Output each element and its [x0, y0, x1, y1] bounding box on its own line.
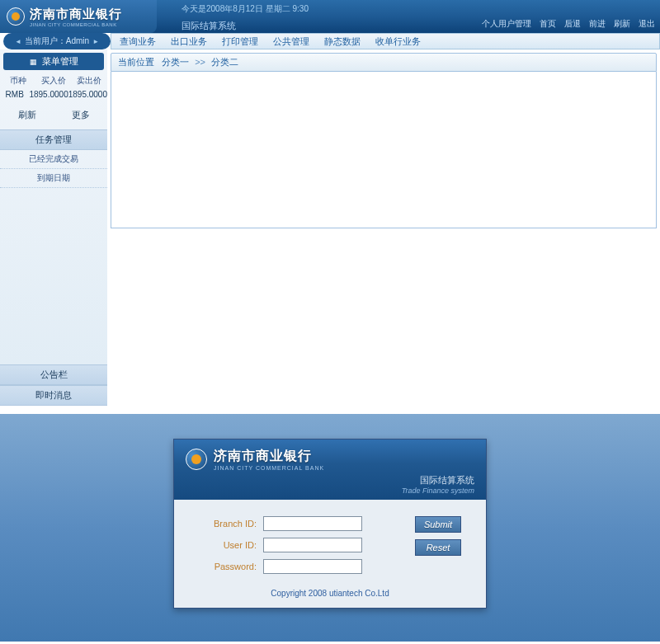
rate-hdr-buy: 买入价 — [35, 73, 71, 88]
main-area: 菜单管理 币种 买入价 卖出价 RMB 1895.0000 1895.0000 … — [0, 49, 660, 406]
rate-hdr-sell: 卖出价 — [72, 73, 107, 88]
login-header: 济南市商业银行 JINAN CITY COMMERCIAL BANK 国际结算系… — [174, 440, 486, 500]
sidebar-due-date[interactable]: 到期日期 — [0, 169, 107, 188]
breadcrumb-cat2[interactable]: 分类二 — [211, 57, 238, 67]
rate-actions: 刷新 更多 — [0, 101, 107, 129]
menu-export[interactable]: 出口业务 — [171, 35, 207, 48]
login-system-name-en: Trade Finance system — [186, 487, 474, 495]
branch-id-label: Branch ID: — [191, 519, 257, 529]
rate-sell: 1895.0000 — [68, 88, 107, 101]
sidebar-completed-tx[interactable]: 已经完成交易 — [0, 150, 107, 169]
chevron-right-icon: >> — [195, 57, 205, 67]
menu-receive[interactable]: 收单行业务 — [375, 35, 421, 48]
sidebar-notice[interactable]: 公告栏 — [0, 364, 107, 385]
bank-name-en: JINAN CITY COMMERCIAL BANK — [30, 22, 122, 27]
nav-refresh[interactable]: 刷新 — [614, 18, 630, 30]
sidebar-spacer — [0, 188, 107, 364]
current-user-label: 当前用户：Admin — [25, 35, 89, 47]
menu-print[interactable]: 打印管理 — [222, 35, 258, 48]
menu-static[interactable]: 静态数据 — [324, 35, 361, 48]
nav-forward[interactable]: 前进 — [589, 18, 606, 30]
login-bank-name-en: JINAN CITY COMMERCIAL BANK — [214, 465, 324, 471]
current-user-badge[interactable]: 当前用户：Admin — [3, 33, 111, 49]
copyright-text: Copyright 2008 utiantech Co.Ltd — [191, 581, 469, 601]
nav-exit[interactable]: 退出 — [639, 18, 655, 30]
nav-user-mgmt[interactable]: 个人用户管理 — [482, 18, 531, 30]
sidebar-instant-msg[interactable]: 即时消息 — [0, 385, 107, 406]
user-menu-bar: 当前用户：Admin 查询业务 出口业务 打印管理 公共管理 静态数据 收单行业… — [0, 33, 660, 49]
rate-refresh-link[interactable]: 刷新 — [18, 109, 36, 121]
date-line: 今天是2008年8月12日 星期二 9:30 — [182, 3, 309, 15]
login-form: Branch ID: User ID: Password: Submit Res… — [174, 500, 486, 608]
breadcrumb-cat1[interactable]: 分类一 — [162, 57, 189, 67]
breadcrumb: 当前位置 分类一 >> 分类二 — [111, 53, 657, 72]
system-name: 国际结算系统 — [182, 20, 236, 32]
rate-buy: 1895.0000 — [29, 88, 68, 101]
rate-more-link[interactable]: 更多 — [72, 109, 90, 121]
login-bank-logo-icon — [186, 449, 207, 470]
nav-home[interactable]: 首页 — [540, 18, 556, 30]
header-right: 今天是2008年8月12日 星期二 9:30 国际结算系统 个人用户管理 首页 … — [157, 0, 660, 33]
content-area: 当前位置 分类一 >> 分类二 — [107, 49, 660, 406]
sidebar-task-mgmt[interactable]: 任务管理 — [0, 129, 107, 150]
login-background: 济南市商业银行 JINAN CITY COMMERCIAL BANK 国际结算系… — [0, 414, 660, 642]
rate-ccy: RMB — [0, 88, 29, 101]
menu-query[interactable]: 查询业务 — [120, 35, 156, 48]
reset-button[interactable]: Reset — [415, 539, 461, 556]
nav-back[interactable]: 后退 — [564, 18, 581, 30]
main-menu: 查询业务 出口业务 打印管理 公共管理 静态数据 收单行业务 — [111, 33, 660, 49]
login-system-name-cn: 国际结算系统 — [186, 474, 474, 487]
content-body — [111, 72, 657, 228]
app-header: 济南市商业银行 JINAN CITY COMMERCIAL BANK 今天是20… — [0, 0, 660, 33]
login-panel: 济南市商业银行 JINAN CITY COMMERCIAL BANK 国际结算系… — [173, 439, 487, 609]
bank-logo-icon — [7, 7, 25, 26]
password-input[interactable] — [263, 559, 362, 574]
rate-hdr-ccy: 币种 — [0, 73, 35, 88]
rate-table: 币种 买入价 卖出价 RMB 1895.0000 1895.0000 — [0, 73, 107, 101]
breadcrumb-location: 当前位置 — [118, 57, 154, 67]
menu-public[interactable]: 公共管理 — [273, 35, 309, 48]
menu-management-button[interactable]: 菜单管理 — [3, 53, 104, 70]
bank-name: 济南市商业银行 — [30, 7, 122, 22]
user-id-label: User ID: — [191, 540, 257, 550]
password-label: Password: — [191, 562, 257, 571]
login-bank-name: 济南市商业银行 — [214, 448, 324, 465]
submit-button[interactable]: Submit — [415, 516, 461, 533]
top-nav: 个人用户管理 首页 后退 前进 刷新 退出 — [482, 18, 655, 30]
sidebar: 菜单管理 币种 买入价 卖出价 RMB 1895.0000 1895.0000 … — [0, 49, 107, 406]
branch-id-input[interactable] — [263, 516, 362, 531]
user-id-input[interactable] — [263, 538, 362, 552]
logo-area: 济南市商业银行 JINAN CITY COMMERCIAL BANK — [0, 0, 157, 33]
